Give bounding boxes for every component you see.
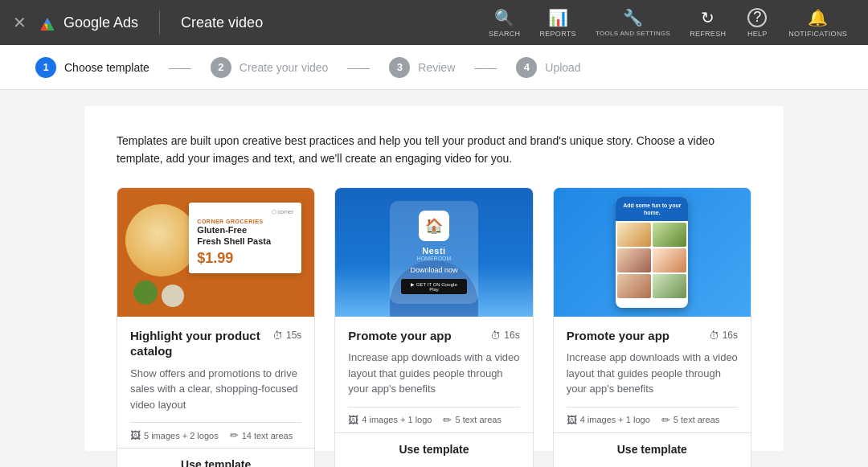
topbar: ✕ Google Ads Create video 🔍 SEARCH [0, 0, 868, 45]
step-2-label: Create your video [240, 61, 329, 74]
refresh-icon: ↻ [701, 8, 714, 27]
tools-icon: 🔧 [623, 8, 643, 27]
page-title: Create video [181, 14, 263, 31]
reports-label: REPORTS [539, 30, 575, 38]
close-icon: ✕ [13, 13, 27, 32]
template-card-3: Add some fun to your home. [553, 187, 751, 467]
step-2: 2 Create your video [194, 57, 345, 78]
card-2-description: Increase app downloads with a video layo… [348, 350, 519, 397]
clock-icon-2: ⏱ [490, 330, 501, 342]
card-2-meta: 🖼 4 images + 1 logo ✏ 5 text areas [348, 407, 519, 432]
card-2-meta-text: ✏ 5 text areas [443, 414, 501, 426]
template-cards-grid: ⬡ corner CORNER GROCERIES Gluten-FreeFre… [117, 187, 751, 467]
card-2-title: Promote your app [348, 328, 490, 344]
step-1-number: 1 [35, 57, 56, 78]
google-ads-label: Google Ads [63, 14, 138, 31]
text-icon-2: ✏ [443, 414, 452, 426]
text-icon-3: ✏ [661, 414, 670, 426]
play-badge-2: ▶ GET IT ON Google Play [401, 279, 467, 294]
card-2-thumbnail: 🏠 Nesti HOMEROOM Download now ▶ GET IT O… [335, 188, 532, 317]
card-3-meta-images: 🖼 4 images + 1 logo [567, 414, 650, 426]
topbar-nav: 🔍 SEARCH 📊 REPORTS 🔧 TOOLS AND SETTINGS … [481, 3, 855, 43]
images-icon-1: 🖼 [130, 429, 141, 441]
app-cta-2: Download now [401, 266, 467, 274]
search-icon: 🔍 [494, 8, 514, 27]
google-logo-icon [36, 11, 59, 34]
topbar-divider [159, 10, 160, 35]
card-2-body: Promote your app ⏱ 16s Increase app down… [335, 317, 532, 432]
use-template-button-1[interactable]: Use template [117, 448, 314, 467]
notifications-icon: 🔔 [808, 8, 828, 27]
template-card-1: ⬡ corner CORNER GROCERIES Gluten-FreeFre… [117, 187, 315, 467]
help-icon: ? [747, 8, 767, 27]
card-1-title: Highlight your product catalog [130, 328, 272, 359]
card-3-duration: ⏱ 16s [709, 330, 738, 342]
main-content: Templates are built upon creative best p… [0, 90, 868, 467]
nav-help-button[interactable]: ? HELP [737, 3, 777, 43]
tools-label: TOOLS AND SETTINGS [596, 30, 670, 37]
card-1-meta: 🖼 5 images + 2 logos ✏ 14 text areas [130, 422, 301, 448]
step-4-number: 4 [516, 57, 537, 78]
card-2-duration: ⏱ 16s [490, 330, 519, 342]
images-icon-3: 🖼 [567, 414, 577, 426]
card-1-meta-images: 🖼 5 images + 2 logos [130, 429, 219, 441]
card-2-meta-images: 🖼 4 images + 1 logo [348, 414, 432, 426]
step-sep-2: —— [344, 61, 373, 74]
card-3-thumbnail: Add some fun to your home. [554, 188, 751, 317]
card-3-description: Increase app downloads with a video layo… [567, 350, 738, 397]
help-label: HELP [747, 30, 768, 38]
card-3-title: Promote your app [567, 328, 709, 344]
step-1: 1 Choose template [19, 57, 166, 78]
nav-tools-button[interactable]: 🔧 TOOLS AND SETTINGS [588, 3, 678, 42]
clock-icon-3: ⏱ [709, 330, 719, 342]
step-sep-3: —— [471, 61, 500, 74]
step-2-number: 2 [211, 57, 231, 78]
intro-text: Templates are built upon creative best p… [117, 132, 743, 168]
card-1-meta-text: ✏ 14 text areas [230, 429, 293, 441]
clock-icon-1: ⏱ [272, 330, 283, 342]
notifications-label: NOTIFICATIONS [788, 30, 847, 38]
template-card-2: 🏠 Nesti HOMEROOM Download now ▶ GET IT O… [334, 187, 533, 467]
card-3-meta-text: ✏ 5 text areas [661, 414, 719, 426]
close-button[interactable]: ✕ [13, 13, 27, 32]
use-template-button-3[interactable]: Use template [554, 432, 751, 465]
use-template-button-2[interactable]: Use template [335, 432, 532, 465]
card-3-meta: 🖼 4 images + 1 logo ✏ 5 text areas [567, 407, 738, 432]
topbar-left: ✕ Google Ads Create video [13, 10, 481, 35]
steps-bar: 1 Choose template —— 2 Create your video… [0, 45, 868, 90]
step-4: 4 Upload [500, 57, 596, 78]
step-3: 3 Review [373, 57, 471, 78]
step-1-label: Choose template [64, 61, 149, 74]
app-sub-2: HOMEROOM [401, 256, 467, 261]
nav-reports-button[interactable]: 📊 REPORTS [531, 3, 583, 43]
step-3-label: Review [418, 61, 455, 74]
text-icon-1: ✏ [230, 429, 239, 441]
content-panel: Templates are built upon creative best p… [84, 106, 784, 451]
nav-notifications-button[interactable]: 🔔 NOTIFICATIONS [780, 3, 855, 43]
step-sep-1: —— [166, 61, 194, 74]
step-3-number: 3 [389, 57, 410, 78]
phone-header-3: Add some fun to your home. [616, 197, 688, 221]
google-ads-logo: Google Ads [36, 11, 138, 34]
search-label: SEARCH [489, 30, 520, 38]
step-4-label: Upload [545, 61, 580, 74]
card-1-thumbnail: ⬡ corner CORNER GROCERIES Gluten-FreeFre… [117, 188, 314, 317]
card-1-duration: ⏱ 15s [272, 330, 301, 342]
nav-refresh-button[interactable]: ↻ REFRESH [682, 3, 734, 43]
card-1-description: Show offers and promotions to drive sale… [130, 366, 301, 413]
refresh-label: REFRESH [690, 30, 726, 38]
card-1-body: Highlight your product catalog ⏱ 15s Sho… [117, 317, 314, 449]
app-name-2: Nesti [401, 246, 467, 256]
images-icon-2: 🖼 [348, 414, 358, 426]
card-3-body: Promote your app ⏱ 16s Increase app down… [554, 317, 751, 432]
nav-search-button[interactable]: 🔍 SEARCH [481, 3, 528, 43]
reports-icon: 📊 [548, 8, 568, 27]
svg-marker-8 [44, 18, 51, 23]
